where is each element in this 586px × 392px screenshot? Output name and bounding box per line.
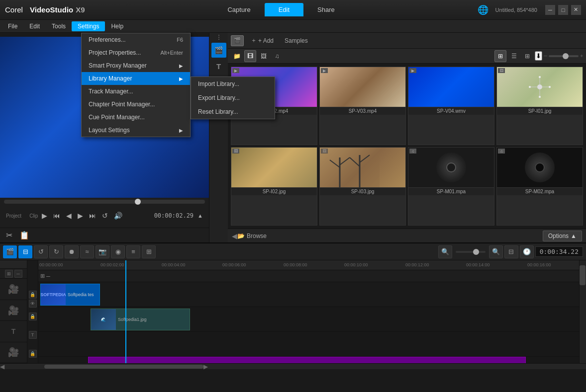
tl-mix-btn[interactable]: ≈ xyxy=(80,245,94,258)
tab-capture[interactable]: Capture xyxy=(213,3,264,16)
tl-zoom-thumb[interactable] xyxy=(473,249,479,255)
tl-subtitle-btn[interactable]: ≡ xyxy=(126,245,140,258)
menu-project-properties[interactable]: Project Properties... Alt+Enter xyxy=(82,46,190,59)
tl-zoom-out-btn[interactable]: 🔍 xyxy=(438,245,452,258)
video-track-eye-btn[interactable]: 👁 xyxy=(29,300,37,308)
list-item[interactable]: ♫ SP-M02.mpa xyxy=(496,147,583,226)
audio-track-lock-btn[interactable]: 🔒 xyxy=(29,350,37,358)
vertical-scrollbar[interactable] xyxy=(579,260,586,363)
lib-audio-btn[interactable]: ♫ xyxy=(271,50,283,62)
menu-tools[interactable]: Tools xyxy=(46,21,72,31)
scroll-left-button[interactable]: ◀ xyxy=(232,232,237,240)
lib-list-btn[interactable]: ☰ xyxy=(508,50,520,62)
menu-help[interactable]: Help xyxy=(105,21,129,31)
tl-redo-btn[interactable]: ↻ xyxy=(49,245,63,258)
track-expand-btn[interactable]: ⊞ xyxy=(5,270,13,278)
timecode-up-button[interactable]: ▲ xyxy=(195,212,205,220)
tl-storyboard-btn[interactable]: 🎬 xyxy=(3,245,17,258)
play-button[interactable]: ▶ xyxy=(40,211,49,221)
tl-clock-btn[interactable]: 🕐 xyxy=(520,245,534,258)
lib-image-btn[interactable]: 🖼 xyxy=(258,50,270,62)
video-track-lock-btn[interactable]: 🔒 xyxy=(29,291,37,299)
title-track-icon[interactable]: T xyxy=(0,321,27,342)
list-item[interactable]: 🖼 SP-I01.jpg xyxy=(496,67,583,145)
lib-samples-label[interactable]: Samples xyxy=(281,36,312,46)
menu-settings[interactable]: Settings xyxy=(72,21,105,31)
scrubber-thumb[interactable] xyxy=(135,199,141,205)
export-library-item[interactable]: Export Library... xyxy=(191,91,275,105)
lib-media-button[interactable]: 🎬 xyxy=(231,35,244,46)
menu-layout-settings[interactable]: Layout Settings ▶ xyxy=(82,124,190,137)
tl-capture-btn[interactable]: 📷 xyxy=(96,245,109,258)
lib-download-btn[interactable]: ⬇ xyxy=(535,51,542,61)
zoom-minus-btn[interactable]: ─ xyxy=(46,273,50,279)
menu-smart-proxy[interactable]: Smart Proxy Manager ▶ xyxy=(82,59,190,72)
track-collapse-btn[interactable]: ─ xyxy=(14,270,22,278)
vertical-scroll-thumb[interactable] xyxy=(580,265,586,285)
lib-zoom-thumb[interactable] xyxy=(563,53,569,59)
lib-video-btn[interactable]: 🎞 xyxy=(244,50,256,62)
reset-library-item[interactable]: Reset Library... xyxy=(191,105,275,119)
minimize-button[interactable]: ─ xyxy=(545,5,555,15)
list-item[interactable]: ♫ SP-M01.mpa xyxy=(408,147,494,226)
video-track-icon[interactable]: 🎥 xyxy=(0,279,27,300)
tl-record-btn[interactable]: ⏺ xyxy=(65,245,79,258)
lib-grid-btn[interactable]: ⊞ xyxy=(521,50,533,62)
lib-zoom-slider[interactable]: ─ + xyxy=(544,53,583,59)
lib-folder-button[interactable]: 📁 xyxy=(231,50,243,62)
lib-large-thumb-btn[interactable]: ⊞ xyxy=(494,50,506,62)
step-forward-button[interactable]: ▶ xyxy=(76,211,85,221)
list-item[interactable]: 🖼 SP-I02.jpg xyxy=(231,147,317,226)
lib-zoom-track[interactable] xyxy=(549,55,579,57)
overlay-clip[interactable]: 🌊 Softpedia1.jpg xyxy=(91,309,190,330)
step-back-button[interactable]: ◀ xyxy=(64,211,74,221)
title-track-lock-btn[interactable]: T xyxy=(29,331,37,339)
import-library-item[interactable]: Import Library... xyxy=(191,77,275,91)
tl-zoom-track[interactable] xyxy=(456,251,486,253)
scroll-right-arrow[interactable]: ▶ xyxy=(203,363,208,370)
go-start-button[interactable]: ⏮ xyxy=(51,211,62,221)
audio-track-icon[interactable]: 🎥 xyxy=(0,342,27,363)
tl-undo-btn[interactable]: ↺ xyxy=(34,245,48,258)
lib-add-button[interactable]: ＋ + Add xyxy=(246,35,279,46)
list-item[interactable]: ▶ SP-V04.wmv xyxy=(408,67,494,145)
tl-chapters-btn[interactable]: ⊞ xyxy=(142,245,156,258)
svg-point-0 xyxy=(537,84,542,89)
menu-track-manager[interactable]: Track Manager... xyxy=(82,85,190,98)
menu-cue-point[interactable]: Cue Point Manager... xyxy=(82,111,190,124)
audio-clip[interactable]: ♫ Softpedia.avi xyxy=(88,357,526,363)
volume-button[interactable]: 🔊 xyxy=(112,211,124,221)
cut-button[interactable]: ✂ xyxy=(4,230,14,241)
list-item[interactable]: 🖼 SP-I03.jpg xyxy=(319,147,406,226)
zoom-all-btn[interactable]: ⊞ xyxy=(40,273,45,279)
timeline-scroll-thumb[interactable] xyxy=(44,365,203,369)
tl-zoom-in-btn[interactable]: 🔍 xyxy=(489,245,503,258)
video-clip-softpedia[interactable]: SOFTPEDIA Softpedia tes xyxy=(40,284,100,306)
media-icon-button[interactable]: 🎬 xyxy=(211,43,226,58)
tl-fit-btn[interactable]: ⊟ xyxy=(504,245,518,258)
tl-motion-btn[interactable]: ◉ xyxy=(111,245,125,258)
restore-button[interactable]: □ xyxy=(558,5,568,15)
menu-edit[interactable]: Edit xyxy=(23,21,46,31)
text-icon-button[interactable]: T xyxy=(211,59,226,74)
loop-button[interactable]: ↺ xyxy=(100,211,110,221)
menu-preferences[interactable]: Preferences... F6 xyxy=(82,33,190,46)
copy-button[interactable]: 📋 xyxy=(17,230,31,241)
menu-chapter-point[interactable]: Chapter Point Manager... xyxy=(82,98,190,111)
list-item[interactable]: ▶ SP-V03.mp4 xyxy=(319,67,406,145)
overlay-track-icon[interactable]: 🎥 xyxy=(0,300,27,321)
overlay-track-lock-btn[interactable]: 🔒 xyxy=(29,313,37,320)
tab-edit[interactable]: Edit xyxy=(265,3,303,16)
preview-scrubber[interactable] xyxy=(4,200,205,204)
close-button[interactable]: ✕ xyxy=(571,5,581,15)
tab-share[interactable]: Share xyxy=(303,3,349,16)
timeline-scrollbar[interactable]: ◀ ▶ xyxy=(0,363,586,369)
go-end-button[interactable]: ⏭ xyxy=(87,211,98,221)
scroll-left-arrow[interactable]: ◀ xyxy=(0,363,4,370)
browse-button[interactable]: 📂 Browse xyxy=(237,233,267,239)
globe-icon[interactable]: 🌐 xyxy=(478,4,488,15)
tl-timeline-btn[interactable]: ⊟ xyxy=(18,245,32,258)
menu-library-manager[interactable]: Library Manager ▶ xyxy=(82,72,190,85)
menu-file[interactable]: File xyxy=(2,21,23,31)
options-button[interactable]: Options ▲ xyxy=(543,231,582,241)
